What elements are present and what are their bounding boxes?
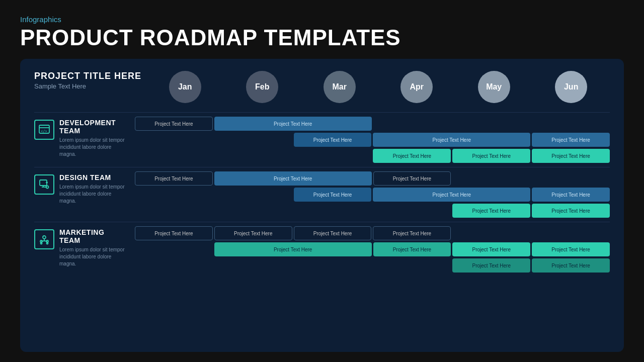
marketing-icon — [34, 229, 54, 249]
marketing-bar-row-1: Project Text Here Project Text Here Proj… — [135, 226, 610, 240]
dev-r1-c4 — [373, 117, 451, 131]
project-subtitle: Sample Text Here — [34, 82, 141, 90]
development-team-group: </> DEVELOPMENT TEAM Lorem ipsum dolor s… — [34, 112, 610, 167]
month-mar: Mar — [324, 71, 356, 103]
dev-r2-c3: Project Text Here — [294, 133, 372, 147]
dev-bar-row-1: Project Text Here Project Text Here — [135, 117, 610, 131]
mkt-r3-c2 — [214, 258, 292, 273]
mkt-r1-c1: Project Text Here — [135, 226, 213, 240]
design-bar-row-2: Project Text Here Project Text Here Proj… — [135, 188, 610, 202]
mkt-r3-c3 — [294, 258, 372, 273]
design-r1-c4: Project Text Here — [373, 171, 451, 186]
roadmap-card: PROJECT TITLE HERE Sample Text Here Jan … — [20, 59, 624, 352]
mkt-r1-c6 — [532, 226, 610, 240]
dev-r3-c2 — [214, 149, 292, 163]
project-title: PROJECT TITLE HERE — [34, 71, 141, 81]
dev-bar-row-3: Project Text Here Project Text Here Proj… — [135, 149, 610, 163]
month-feb: Feb — [246, 71, 278, 103]
design-r1-c5 — [452, 171, 530, 186]
dev-r2-c1 — [135, 133, 213, 147]
dev-r1-c2: Project Text Here — [214, 117, 372, 131]
design-r2-c1 — [135, 188, 213, 202]
infographics-label: Infographics — [20, 15, 624, 24]
mkt-r2-c6: Project Text Here — [532, 242, 610, 256]
design-bar-row-3: Project Text Here Project Text Here — [135, 204, 610, 218]
dev-r3-c4: Project Text Here — [373, 149, 451, 163]
svg-rect-3 — [40, 180, 47, 186]
design-r3-c1 — [135, 204, 213, 218]
mkt-r3-c6: Project Text Here — [532, 258, 610, 273]
design-r2-c2 — [214, 188, 292, 202]
dev-r3-c1 — [135, 149, 213, 163]
svg-point-9 — [43, 236, 46, 239]
dev-r3-c6: Project Text Here — [532, 149, 610, 163]
design-team-desc: Lorem ipsum dolor sit tempor incididunt … — [59, 184, 127, 205]
design-team-info: DESIGN TEAM Lorem ipsum dolor sit tempor… — [34, 171, 135, 218]
svg-line-13 — [41, 241, 44, 241]
design-r3-c4 — [373, 204, 451, 218]
dev-icon: </> — [34, 120, 54, 140]
mkt-r2-c5: Project Text Here — [452, 242, 530, 256]
dev-r2-c4: Project Text Here — [373, 133, 530, 147]
design-r3-c3 — [294, 204, 372, 218]
marketing-team-group: MARKETING TEAM Lorem ipsum dolor sit tem… — [34, 222, 610, 277]
svg-point-6 — [46, 186, 49, 189]
mkt-r3-c1 — [135, 258, 213, 273]
svg-line-14 — [44, 241, 47, 241]
design-icon — [34, 174, 54, 195]
month-jan: Jan — [169, 71, 201, 103]
roadmap-grid: </> DEVELOPMENT TEAM Lorem ipsum dolor s… — [34, 112, 610, 342]
dev-r3-c5: Project Text Here — [452, 149, 530, 163]
mkt-r1-c5 — [452, 226, 530, 240]
design-r2-c6: Project Text Here — [532, 188, 610, 202]
design-team-name: DESIGN TEAM — [59, 173, 127, 182]
month-jun: Jun — [555, 71, 587, 103]
project-header: PROJECT TITLE HERE Sample Text Here Jan … — [34, 71, 610, 103]
mkt-r3-c5: Project Text Here — [452, 258, 530, 273]
mkt-r1-c2: Project Text Here — [214, 226, 292, 240]
design-r2-c4: Project Text Here — [373, 188, 530, 202]
mkt-r2-c4: Project Text Here — [373, 242, 451, 256]
mkt-r2-c2: Project Text Here — [214, 242, 372, 256]
design-r3-c5: Project Text Here — [452, 204, 530, 218]
design-bar-row-1: Project Text Here Project Text Here Proj… — [135, 171, 610, 186]
dev-r2-c2 — [214, 133, 292, 147]
design-r2-c3: Project Text Here — [294, 188, 372, 202]
design-r3-c6: Project Text Here — [532, 204, 610, 218]
dev-r1-c5 — [452, 117, 530, 131]
mkt-r1-c4: Project Text Here — [373, 226, 451, 240]
design-r3-c2 — [214, 204, 292, 218]
dev-team-bars: Project Text Here Project Text Here Proj… — [135, 117, 610, 163]
design-r1-c1: Project Text Here — [135, 171, 213, 186]
dev-team-name: DEVELOPMENT TEAM — [59, 119, 127, 135]
dev-r1-c6 — [532, 117, 610, 131]
dev-bar-row-2: Project Text Here Project Text Here Proj… — [135, 133, 610, 147]
main-title: PRODUCT ROADMAP TEMPLATES — [20, 26, 624, 50]
dev-r1-c1: Project Text Here — [135, 117, 213, 131]
marketing-bar-row-2: Project Text Here Project Text Here Proj… — [135, 242, 610, 256]
months-row: Jan Feb Mar Apr May Jun — [141, 71, 610, 103]
design-r1-c6 — [532, 171, 610, 186]
mkt-r1-c3: Project Text Here — [294, 226, 372, 240]
header-section: Infographics PRODUCT ROADMAP TEMPLATES — [20, 15, 624, 50]
month-may: May — [478, 71, 510, 103]
mkt-r3-c4 — [373, 258, 451, 273]
marketing-team-desc: Lorem ipsum dolor sit tempor incididunt … — [59, 246, 127, 267]
marketing-team-bars: Project Text Here Project Text Here Proj… — [135, 226, 610, 273]
design-team-group: DESIGN TEAM Lorem ipsum dolor sit tempor… — [34, 167, 610, 222]
month-apr: Apr — [400, 71, 433, 103]
svg-text:</>: </> — [41, 129, 47, 133]
dev-r3-c3 — [294, 149, 372, 163]
dev-team-desc: Lorem ipsum dolor sit tempor incididunt … — [59, 137, 127, 158]
marketing-team-info: MARKETING TEAM Lorem ipsum dolor sit tem… — [34, 226, 135, 273]
design-r1-c2: Project Text Here — [214, 171, 372, 186]
design-team-bars: Project Text Here Project Text Here Proj… — [135, 171, 610, 218]
mkt-r2-c1 — [135, 242, 213, 256]
project-info: PROJECT TITLE HERE Sample Text Here — [34, 71, 141, 90]
marketing-team-name: MARKETING TEAM — [59, 228, 127, 244]
marketing-bar-row-3: Project Text Here Project Text Here — [135, 258, 610, 273]
dev-r2-c6: Project Text Here — [532, 133, 610, 147]
development-team-info: </> DEVELOPMENT TEAM Lorem ipsum dolor s… — [34, 117, 135, 163]
